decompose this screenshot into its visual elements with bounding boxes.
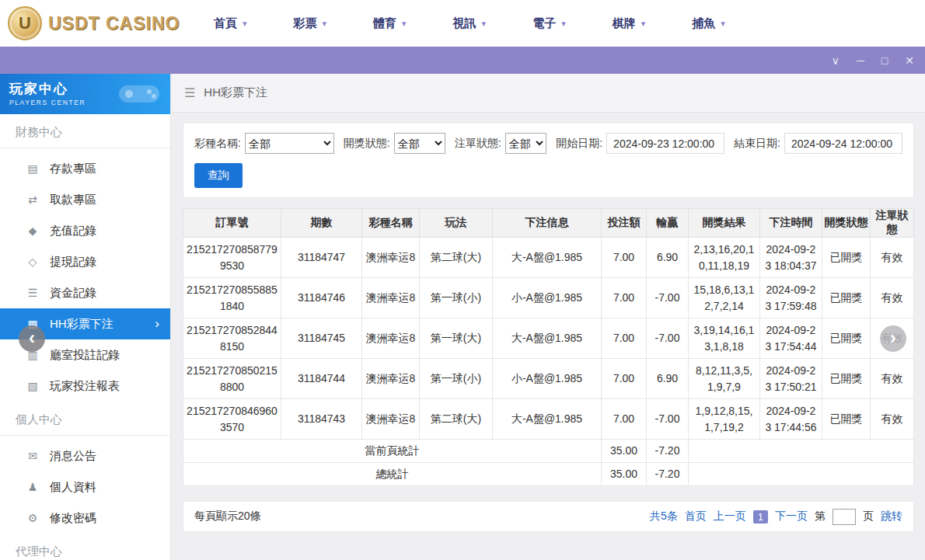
column-header-draw-status: 開獎狀態 [822, 209, 871, 238]
scroll-right-button[interactable]: › [880, 325, 906, 352]
nav-label: 視訊 [453, 16, 476, 31]
chevron-down-icon: ▾ [482, 19, 487, 29]
chevron-down-icon: ▾ [641, 19, 646, 29]
bet-info-cell: 小-A盤@1.985 [493, 278, 602, 318]
page-jump-input[interactable] [832, 509, 856, 525]
bet-info-cell: 小-A盤@1.985 [493, 359, 602, 399]
play-type-cell: 第一球(小) [420, 359, 493, 399]
jump-label-after: 页 [863, 510, 874, 523]
bet-time-cell: 2024-09-23 18:04:37 [760, 238, 822, 278]
main-content: ☰ HH彩票下注 彩種名稱: 全部 開獎狀態: 全部 注單狀態: 全部 開始日期… [172, 74, 925, 560]
collapse-icon[interactable]: ∨ [832, 55, 839, 66]
chevron-down-icon: ▾ [243, 19, 247, 29]
close-button[interactable]: ✕ [905, 55, 914, 66]
order-status-cell: 有效 [871, 238, 914, 278]
nav-label: 棋牌 [613, 16, 636, 31]
nav-item-lottery[interactable]: 彩票▾ [294, 16, 327, 31]
first-page-link[interactable]: 首页 [685, 510, 707, 523]
period-cell: 31184747 [281, 238, 362, 278]
page-size-text: 每頁顯示20條 [194, 510, 261, 523]
draw-status-label: 開獎狀態: [344, 137, 390, 151]
lottery-name-label: 彩種名稱: [194, 137, 241, 151]
order-no-cell: 2152172708469603570 [183, 399, 281, 440]
players-center-banner: 玩家中心 PLAYERS CENTER [0, 74, 170, 114]
menu-icon[interactable]: ☰ [184, 85, 195, 100]
nav-item-sports[interactable]: 體育▾ [373, 16, 407, 31]
chevron-down-icon: ▾ [561, 19, 566, 29]
sidebar-item-player-bet-report[interactable]: ▧玩家投注報表 [0, 370, 170, 402]
period-cell: 31184745 [281, 318, 362, 359]
filter-panel: 彩種名稱: 全部 開獎狀態: 全部 注單狀態: 全部 開始日期: 結束日期: 查… [183, 123, 914, 198]
maximize-button[interactable]: □ [881, 55, 888, 66]
chevron-down-icon: ▾ [323, 19, 327, 29]
nav-item-home[interactable]: 首頁▾ [214, 16, 247, 31]
lottery-name-cell: 澳洲幸运8 [362, 359, 420, 399]
sidebar-item-label: 廳室投註記錄 [50, 348, 120, 363]
main-nav: 首頁▾ 彩票▾ 體育▾ 視訊▾ 電子▾ 棋牌▾ 捕魚▾ [214, 16, 725, 31]
sidebar-item-label: 玩家投注報表 [50, 379, 120, 394]
column-header-draw-result: 開獎結果 [689, 209, 760, 238]
column-header-period: 期數 [281, 209, 362, 238]
sidebar-item-announcements[interactable]: ✉消息公告 [0, 440, 170, 471]
minimize-button[interactable]: ─ [857, 55, 864, 66]
nav-item-card-games[interactable]: 棋牌▾ [613, 16, 646, 31]
order-status-select[interactable]: 全部 [505, 133, 546, 154]
order-status-cell: 有效 [871, 399, 914, 440]
nav-label: 捕魚 [692, 16, 715, 31]
draw-status-select[interactable]: 全部 [394, 133, 445, 154]
lottery-name-select[interactable]: 全部 [245, 133, 334, 154]
bet-amount-cell: 7.00 [602, 318, 647, 359]
start-date-input[interactable] [606, 133, 724, 154]
column-header-bet-time: 下注時間 [760, 209, 822, 238]
gear-icon: ⚙ [26, 512, 39, 524]
nav-item-live-video[interactable]: 視訊▾ [453, 16, 487, 31]
end-date-input[interactable] [784, 133, 902, 154]
sidebar-item-deposit[interactable]: ▤存款專區 [0, 153, 170, 184]
order-no-cell: 2152172708587799530 [183, 238, 281, 278]
draw-result-cell: 1,9,12,8,15,1,7,19,2 [689, 399, 760, 440]
sidebar-item-label: 個人資料 [50, 480, 96, 495]
nav-label: 電子 [532, 16, 556, 31]
total-summary-label: 總統計 [183, 463, 602, 486]
table-row: 215217270858779953031184747澳洲幸运8第二球(大)大-… [183, 238, 914, 278]
window-controls: ∨ ─ □ ✕ [832, 47, 914, 74]
order-no-cell: 2152172708502158800 [183, 359, 281, 399]
sidebar-item-label: 提現記錄 [50, 255, 96, 270]
column-header-play-type: 玩法 [420, 209, 493, 238]
nav-item-fishing[interactable]: 捕魚▾ [692, 16, 725, 31]
logo-text: USDT CASINO [48, 13, 180, 34]
order-no-cell: 2152172708528448150 [183, 318, 281, 359]
nav-label: 首頁 [214, 16, 237, 31]
gamepad-icon [117, 82, 161, 106]
nav-item-slots[interactable]: 電子▾ [532, 16, 566, 31]
win-loss-cell: 6.90 [647, 238, 689, 278]
play-type-cell: 第一球(小) [420, 278, 493, 318]
column-header-bet-amount: 投注額 [602, 209, 647, 238]
sidebar-item-withdraw[interactable]: ⇄取款專區 [0, 184, 170, 215]
scroll-left-button[interactable]: ‹ [19, 325, 45, 352]
announcement-icon: ✉ [26, 450, 39, 462]
query-button[interactable]: 查詢 [194, 163, 243, 188]
draw-status-cell: 已開獎 [822, 359, 871, 399]
withdraw-icon: ⇄ [26, 193, 39, 206]
next-page-link[interactable]: 下一页 [775, 510, 808, 523]
sidebar-item-label: 資金記錄 [50, 286, 96, 301]
sidebar-item-label: 消息公告 [50, 449, 96, 464]
table-row: 215217270852844815031184745澳洲幸运8第一球(大)大-… [183, 318, 914, 359]
bets-table-card: 訂單號 期數 彩種名稱 玩法 下注信息 投注額 輸贏 開獎結果 下注時間 開獎狀… [183, 208, 914, 486]
start-date-label: 開始日期: [556, 137, 602, 151]
sidebar-item-funds-history[interactable]: ☰資金記錄 [0, 277, 170, 308]
sidebar-item-cashout-history[interactable]: ◇提現記錄 [0, 246, 170, 277]
sidebar-item-change-password[interactable]: ⚙修改密碼 [0, 503, 170, 534]
chevron-down-icon: ▾ [721, 19, 725, 29]
sidebar-item-label: HH彩票下注 [50, 317, 113, 332]
prev-page-link[interactable]: 上一页 [714, 510, 746, 523]
jump-button[interactable]: 跳转 [881, 510, 902, 523]
total-count: 共5条 [650, 510, 678, 523]
sidebar-item-recharge-history[interactable]: ◆充值記錄 [0, 215, 170, 246]
column-header-order-status: 注單狀態 [871, 209, 914, 238]
column-header-lottery-name: 彩種名稱 [362, 209, 420, 238]
sidebar-item-profile[interactable]: ♟個人資料 [0, 471, 170, 503]
table-row: 215217270850215880031184744澳洲幸运8第一球(小)小-… [183, 359, 914, 399]
draw-status-cell: 已開獎 [822, 318, 871, 359]
